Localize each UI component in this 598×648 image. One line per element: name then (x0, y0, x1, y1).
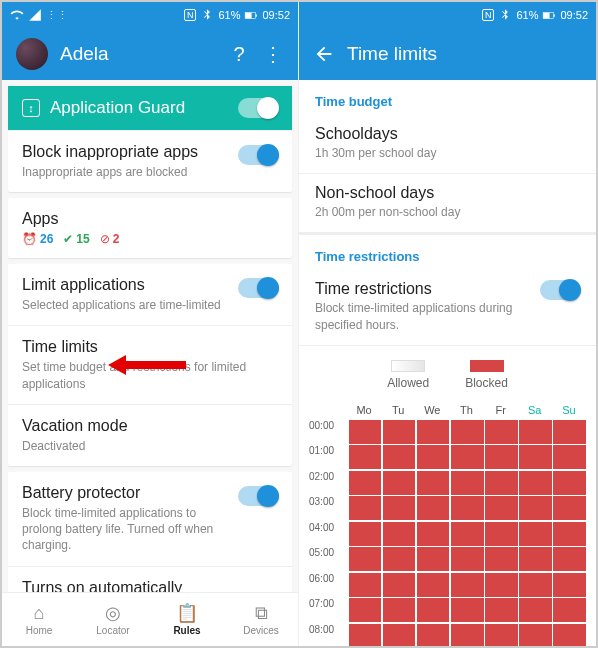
battery-toggle[interactable] (238, 486, 278, 506)
schedule-cell[interactable] (417, 420, 450, 444)
schedule-cell[interactable] (519, 598, 552, 622)
help-button[interactable]: ? (228, 43, 250, 65)
schedule-cell[interactable] (553, 547, 586, 571)
schedule-cell[interactable] (349, 547, 382, 571)
row-non-school-days[interactable]: Non-school days 2h 00m per non-school da… (299, 174, 596, 233)
guard-toggle[interactable] (238, 98, 278, 118)
row-schooldays[interactable]: Schooldays 1h 30m per school day (299, 115, 596, 174)
schedule-cell[interactable] (383, 573, 416, 597)
nav-locator[interactable]: ◎ Locator (76, 593, 150, 646)
schedule-cell[interactable] (417, 471, 450, 495)
row-auto-on[interactable]: Turns on automatically at 20% of battery… (8, 566, 292, 593)
schedule-cell[interactable] (383, 522, 416, 546)
schedule-cell[interactable] (553, 522, 586, 546)
schedule-cell[interactable] (383, 496, 416, 520)
section-time-restrictions: Time restrictions (299, 235, 596, 270)
row-sub: Block time-limited applications to prolo… (22, 505, 228, 554)
schedule-cell[interactable] (485, 496, 518, 520)
svg-rect-5 (544, 13, 550, 19)
schedule-cell[interactable] (349, 496, 382, 520)
schedule-cell[interactable] (349, 573, 382, 597)
schedule-cell[interactable] (519, 624, 552, 646)
schedule-cell[interactable] (383, 420, 416, 444)
limit-toggle[interactable] (238, 278, 278, 298)
schedule-cell[interactable] (485, 598, 518, 622)
schedule-cell[interactable] (417, 445, 450, 469)
nav-rules[interactable]: 📋 Rules (150, 593, 224, 646)
schedule-cell[interactable] (417, 598, 450, 622)
schedule-cell[interactable] (417, 496, 450, 520)
schedule-cell[interactable] (349, 471, 382, 495)
schedule-cell[interactable] (485, 573, 518, 597)
schedule-cell[interactable] (417, 624, 450, 646)
row-apps[interactable]: Apps ⏰ 26 ✔ 15 ⊘ 2 (8, 198, 292, 258)
schedule-cell[interactable] (417, 573, 450, 597)
schedule-cell[interactable] (417, 547, 450, 571)
schedule-cell[interactable] (417, 522, 450, 546)
schedule-cell[interactable] (349, 420, 382, 444)
legend: Allowed Blocked (299, 346, 596, 400)
schedule-grid[interactable]: Mo Tu We Th Fr Sa Su 00:0001:0002:0003:0… (299, 400, 596, 646)
schedule-cell[interactable] (519, 420, 552, 444)
row-sub: 2h 00m per non-school day (315, 204, 580, 220)
schedule-cell[interactable] (485, 624, 518, 646)
schedule-cell[interactable] (383, 547, 416, 571)
schedule-cell[interactable] (553, 420, 586, 444)
schedule-cell[interactable] (553, 445, 586, 469)
row-label: Time restrictions (315, 280, 540, 298)
schedule-cell[interactable] (553, 598, 586, 622)
schedule-cell[interactable] (383, 471, 416, 495)
schedule-cell[interactable] (519, 445, 552, 469)
schedule-cell[interactable] (553, 496, 586, 520)
schedule-cell[interactable] (451, 496, 484, 520)
schedule-cell[interactable] (451, 420, 484, 444)
svg-rect-2 (256, 14, 257, 16)
avatar[interactable] (16, 38, 48, 70)
back-button[interactable] (313, 43, 335, 65)
schedule-cell[interactable] (451, 598, 484, 622)
restrictions-toggle[interactable] (540, 280, 580, 300)
battery-percent: 61% (516, 9, 538, 21)
row-time-limits[interactable]: Time limits Set time budget and restrict… (8, 325, 292, 403)
schedule-cell[interactable] (519, 496, 552, 520)
schedule-cell[interactable] (485, 471, 518, 495)
schedule-cell[interactable] (485, 547, 518, 571)
schedule-cell[interactable] (451, 522, 484, 546)
schedule-cell[interactable] (553, 573, 586, 597)
schedule-cell[interactable] (485, 445, 518, 469)
menu-button[interactable]: ⋮ (262, 43, 284, 65)
application-guard-header[interactable]: ↕ Application Guard (8, 86, 292, 130)
schedule-cell[interactable] (383, 624, 416, 646)
nav-home[interactable]: ⌂ Home (2, 593, 76, 646)
main-scroll[interactable]: Time budget Schooldays 1h 30m per school… (299, 80, 596, 646)
schedule-cell[interactable] (383, 598, 416, 622)
row-vacation[interactable]: Vacation mode Deactivated (8, 404, 292, 466)
schedule-cell[interactable] (349, 598, 382, 622)
row-block-inappropriate[interactable]: Block inappropriate apps Inappropriate a… (8, 130, 292, 192)
schedule-cell[interactable] (485, 522, 518, 546)
schedule-cell[interactable] (349, 522, 382, 546)
schedule-cell[interactable] (349, 624, 382, 646)
schedule-cell[interactable] (519, 522, 552, 546)
schedule-cell[interactable] (519, 547, 552, 571)
schedule-cell[interactable] (349, 445, 382, 469)
schedule-cell[interactable] (451, 471, 484, 495)
main-scroll[interactable]: ↕ Application Guard Block inappropriate … (2, 80, 298, 592)
schedule-cell[interactable] (451, 445, 484, 469)
schedule-cell[interactable] (451, 547, 484, 571)
schedule-cell[interactable] (451, 624, 484, 646)
schedule-cell[interactable] (451, 573, 484, 597)
schedule-cell[interactable] (519, 573, 552, 597)
svg-rect-6 (554, 14, 555, 16)
nav-devices[interactable]: ⧉ Devices (224, 593, 298, 646)
schedule-cell[interactable] (553, 624, 586, 646)
row-time-restrictions[interactable]: Time restrictions Block time-limited app… (299, 270, 596, 345)
row-sub: Set time budget and restrictions for lim… (22, 359, 278, 391)
block-toggle[interactable] (238, 145, 278, 165)
row-limit-apps[interactable]: Limit applications Selected applications… (8, 264, 292, 325)
schedule-cell[interactable] (485, 420, 518, 444)
schedule-cell[interactable] (553, 471, 586, 495)
row-battery-protector[interactable]: Battery protector Block time-limited app… (8, 472, 292, 566)
schedule-cell[interactable] (519, 471, 552, 495)
schedule-cell[interactable] (383, 445, 416, 469)
